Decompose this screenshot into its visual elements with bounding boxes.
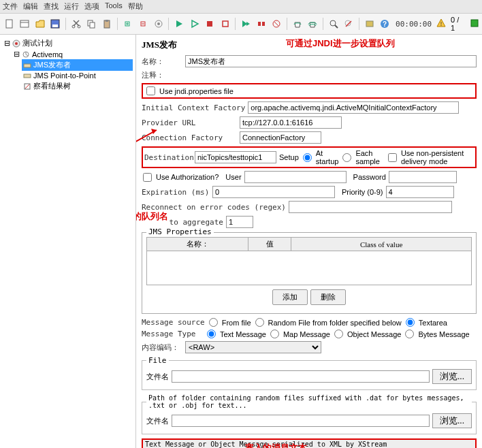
each-sample-radio[interactable]: [342, 153, 351, 162]
password-input[interactable]: [389, 171, 457, 183]
from-file-radio[interactable]: [209, 318, 218, 327]
password-label: Password: [353, 173, 386, 181]
aggregate-input[interactable]: [226, 216, 253, 228]
msg-serialized-header: Text Message or Object Message serialize…: [143, 440, 475, 448]
copy-icon[interactable]: [85, 17, 99, 31]
start-no-timer-icon[interactable]: [188, 17, 202, 31]
expiration-input[interactable]: [212, 186, 335, 198]
textarea-label: Textarea: [419, 319, 447, 327]
reconnect-input[interactable]: [289, 201, 452, 213]
collapse-handle-icon[interactable]: ⊟: [14, 50, 20, 59]
text-msg-label: Text Message: [220, 330, 266, 338]
tree-jms-p2p[interactable]: JMS Point-to-Point: [22, 71, 133, 80]
menu-help[interactable]: 帮助: [128, 1, 143, 12]
expiration-label: Expiration (ms): [142, 188, 210, 197]
start-icon[interactable]: [172, 17, 186, 31]
menu-run[interactable]: 运行: [64, 1, 79, 12]
tree-item-label: JMS Point-to-Point: [33, 71, 96, 80]
search-icon[interactable]: [327, 17, 340, 31]
menu-tools[interactable]: Tools: [105, 1, 123, 12]
reset-search-icon[interactable]: [342, 17, 356, 31]
tree-jms-publisher[interactable]: JMS发布者: [22, 59, 133, 71]
map-msg-radio[interactable]: [270, 330, 279, 338]
svg-point-17: [157, 22, 160, 25]
name-input[interactable]: [185, 55, 477, 67]
menu-options[interactable]: 选项: [84, 1, 99, 12]
menu-search[interactable]: 查找: [44, 1, 59, 12]
expand-icon[interactable]: [121, 17, 135, 31]
svg-line-23: [274, 22, 278, 26]
save-icon[interactable]: [49, 17, 63, 31]
shutdown-icon[interactable]: [219, 17, 232, 31]
folder-input[interactable]: [172, 415, 430, 427]
bytes-msg-radio[interactable]: [405, 330, 414, 338]
col-class: Class of value: [291, 238, 472, 251]
svg-text:?: ?: [383, 20, 387, 28]
cf-input[interactable]: [240, 131, 321, 144]
random-file-radio[interactable]: [255, 318, 264, 327]
collapse-icon[interactable]: [136, 17, 150, 31]
object-msg-label: Object Message: [347, 330, 401, 338]
col-name: 名称：: [147, 238, 248, 251]
user-input[interactable]: [244, 171, 347, 183]
random-file-label: Random File from folder specified below: [268, 319, 402, 327]
collapse-handle-icon[interactable]: ⊟: [4, 39, 10, 48]
clear-all-icon[interactable]: [306, 17, 319, 31]
non-persistent-label: Use non-persistent delivery mode: [401, 149, 474, 165]
toggle-icon[interactable]: [152, 17, 165, 31]
menu-edit[interactable]: 编辑: [23, 1, 38, 12]
tree-threadgroup[interactable]: ⊟ Activemq: [12, 49, 133, 59]
bytes-msg-label: Bytes Message: [418, 330, 469, 338]
separator: [117, 18, 118, 30]
folder-filename-label: 文件名: [146, 416, 169, 426]
svg-rect-36: [24, 64, 31, 67]
browse-folder-button[interactable]: 浏览...: [432, 413, 472, 428]
remote-stop-icon[interactable]: [255, 17, 268, 31]
template-icon[interactable]: [18, 17, 32, 31]
browse-button[interactable]: 浏览...: [432, 369, 472, 384]
startup-radio[interactable]: [303, 153, 312, 162]
tree-item-label: 察看结果树: [33, 81, 71, 91]
new-icon[interactable]: [3, 17, 16, 31]
help-icon[interactable]: ?: [379, 17, 392, 31]
separator: [323, 18, 323, 30]
tree-results-tree[interactable]: 察看结果树: [22, 80, 133, 92]
warning-icon[interactable]: !: [436, 18, 446, 29]
jms-properties-group: JMS Properties 名称： 值 Class of value 添加 删…: [142, 232, 477, 314]
clear-icon[interactable]: [291, 17, 304, 31]
text-msg-radio[interactable]: [207, 330, 216, 338]
tree-item-label: JMS发布者: [33, 60, 71, 70]
non-persistent-checkbox[interactable]: [388, 153, 397, 162]
provider-input[interactable]: [240, 116, 342, 129]
folder-group: Path of folder containing random files s…: [142, 394, 477, 434]
menu-file[interactable]: 文件: [3, 1, 18, 12]
add-button[interactable]: 添加: [272, 289, 308, 305]
remote-shutdown-icon[interactable]: [270, 17, 283, 31]
file-legend: File: [146, 356, 169, 365]
icf-input[interactable]: [248, 101, 459, 114]
panel-title: JMS发布: [142, 39, 477, 51]
use-jndi-checkbox[interactable]: [146, 86, 155, 95]
table-row[interactable]: [147, 251, 472, 285]
svg-line-25: [335, 25, 338, 28]
encoding-select[interactable]: <RAW>: [185, 341, 321, 353]
timer-display: 00:00:00: [396, 20, 432, 29]
priority-input[interactable]: [386, 186, 454, 198]
open-icon[interactable]: [33, 17, 47, 31]
tree-root[interactable]: ⊟ 测试计划: [3, 37, 133, 49]
file-group: File 文件名 浏览...: [142, 356, 477, 390]
tree-root-label: 测试计划: [22, 38, 52, 48]
thread-counter: 0 / 1: [451, 16, 465, 32]
stop-icon[interactable]: [203, 17, 216, 31]
cut-icon[interactable]: [69, 17, 83, 31]
object-msg-radio[interactable]: [334, 330, 343, 338]
content-pane: JMS发布 可通过JNDI进一步设置队列 名称： 注释： Use jndi.pr…: [136, 35, 482, 448]
use-auth-checkbox[interactable]: [143, 173, 152, 182]
delete-button[interactable]: 删除: [310, 289, 346, 305]
textarea-radio[interactable]: [406, 318, 415, 327]
paste-icon[interactable]: [100, 17, 114, 31]
filename-input[interactable]: [172, 370, 430, 383]
function-icon[interactable]: [363, 17, 376, 31]
remote-start-icon[interactable]: [239, 17, 253, 31]
dest-input[interactable]: [195, 151, 276, 163]
